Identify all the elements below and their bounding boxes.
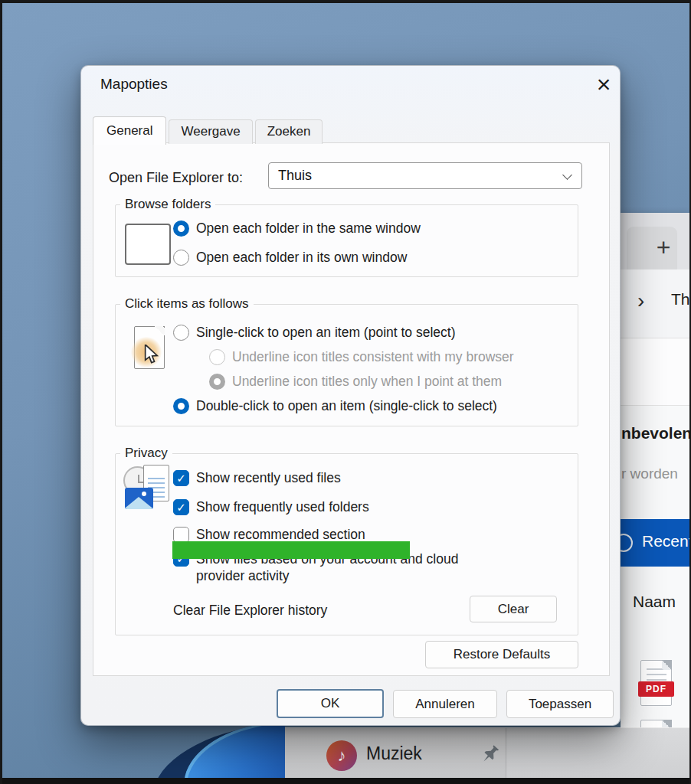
chevron-down-icon xyxy=(562,170,572,180)
radio-label[interactable]: Open each folder in its own window xyxy=(196,250,407,266)
dialog-title: Mapopties xyxy=(100,76,168,93)
music-icon: ♪ xyxy=(326,740,357,771)
radio-double-click[interactable] xyxy=(173,398,189,414)
group-legend: Privacy xyxy=(120,446,172,461)
folder-window-icon xyxy=(125,224,171,265)
radio-label[interactable]: Single-click to open an item (point to s… xyxy=(196,325,456,341)
checkbox-label[interactable]: Show recently used files xyxy=(196,470,341,486)
radio-underline-browser xyxy=(209,349,225,365)
annotation-highlight xyxy=(172,541,410,559)
tab-weergave[interactable]: Weergave xyxy=(169,119,252,144)
checkbox-label[interactable]: Show recommended section xyxy=(196,527,365,543)
checkbox-frequent-folders[interactable]: ✓ xyxy=(173,499,189,515)
clear-history-label: Clear File Explorer history xyxy=(173,603,327,619)
cancel-button[interactable]: Annuleren xyxy=(393,690,497,718)
tab-zoeken[interactable]: Zoeken xyxy=(255,119,323,144)
pane-divider xyxy=(506,728,506,779)
radio-single-click[interactable] xyxy=(173,325,189,341)
document-cursor-icon xyxy=(129,325,174,384)
explorer-selected-row[interactable]: Recent xyxy=(621,519,691,567)
group-click-items: Click items as follows Single-click to o… xyxy=(115,304,578,426)
open-to-label: Open File Explorer to: xyxy=(109,170,243,186)
file-explorer-window: + › Thuis nbevolen r worden Recent Naam xyxy=(621,213,691,727)
open-to-dropdown[interactable]: Thuis xyxy=(268,162,582,189)
pdf-fold xyxy=(662,660,672,670)
radio-same-window[interactable] xyxy=(173,220,189,237)
clear-button[interactable]: Clear xyxy=(470,596,557,622)
selected-row-label: Recent xyxy=(642,532,691,550)
chevron-right-icon[interactable]: › xyxy=(637,289,644,312)
recommended-section-subtext: r worden xyxy=(621,466,691,482)
recommended-section-heading: nbevolen xyxy=(621,424,691,443)
ok-button[interactable]: OK xyxy=(277,689,384,718)
checkbox-label[interactable]: Show frequently used folders xyxy=(196,499,369,515)
explorer-address-bar: › Thuis xyxy=(621,270,691,338)
radio-own-window[interactable] xyxy=(173,250,189,266)
breadcrumb[interactable]: Thuis xyxy=(671,290,691,309)
radio-label[interactable]: Open each folder in the same window xyxy=(196,220,421,237)
radio-label[interactable]: Double-click to open an item (single-cli… xyxy=(196,398,497,414)
pdf-file-icon[interactable]: PDF xyxy=(638,660,674,706)
apply-button[interactable]: Toepassen xyxy=(506,690,614,718)
radio-label: Underline icon titles only when I point … xyxy=(232,374,502,390)
folder-options-dialog: Mapopties × General Weergave Zoeken Open… xyxy=(80,65,621,726)
explorer-command-bar xyxy=(621,339,691,406)
new-tab-button[interactable]: + xyxy=(648,233,679,263)
tab-page-general: Open File Explorer to: Thuis Browse fold… xyxy=(93,142,610,676)
explorer-tab-bar: + xyxy=(621,213,691,270)
tab-general[interactable]: General xyxy=(93,116,166,145)
checkbox-recent-files[interactable]: ✓ xyxy=(173,470,189,486)
column-header-name[interactable]: Naam xyxy=(633,593,676,611)
close-icon[interactable]: × xyxy=(587,69,621,100)
open-to-value: Thuis xyxy=(278,168,312,183)
explorer-bottom-strip: ♪ Muziek xyxy=(285,727,691,778)
radio-label: Underline icon titles consistent with my… xyxy=(232,349,514,365)
radio-underline-point xyxy=(209,374,225,390)
screen: + › Thuis nbevolen r worden Recent Naam … xyxy=(0,0,691,784)
tab-strip: General Weergave Zoeken xyxy=(93,116,323,144)
restore-defaults-button[interactable]: Restore Defaults xyxy=(425,641,578,668)
explorer-file-pane-fragment xyxy=(506,728,691,779)
group-legend: Click items as follows xyxy=(120,296,254,312)
windows-bloom xyxy=(0,726,285,784)
pdf-badge: PDF xyxy=(638,681,674,697)
screen-bottom-edge xyxy=(0,778,691,784)
sidebar-item-music[interactable]: Muziek xyxy=(366,743,422,764)
group-browse-folders: Browse folders Open each folder in the s… xyxy=(115,204,578,277)
pin-icon[interactable] xyxy=(480,743,501,765)
checkbox-recommended-section[interactable] xyxy=(173,527,189,543)
group-legend: Browse folders xyxy=(120,197,215,212)
privacy-history-icon xyxy=(123,465,174,515)
